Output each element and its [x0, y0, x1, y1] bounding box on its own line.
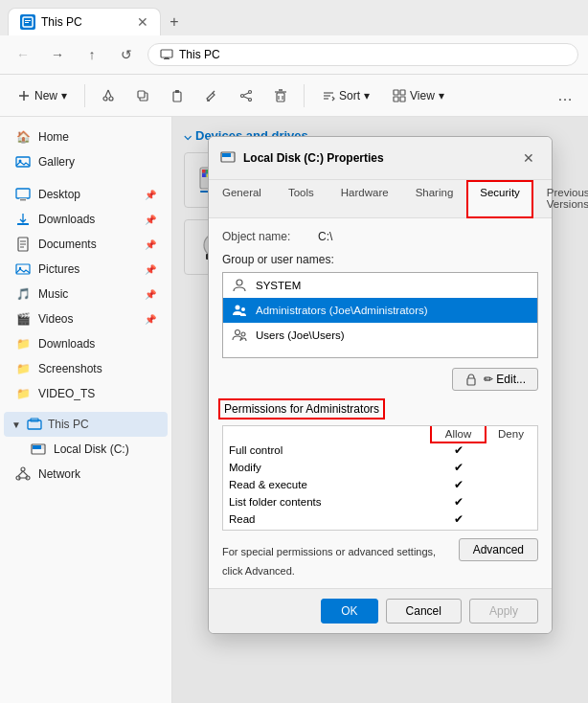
svg-rect-34: [400, 97, 405, 102]
up-button[interactable]: ↑: [79, 41, 105, 68]
special-text-2: click Advanced.: [222, 565, 436, 577]
sort-button[interactable]: Sort ▾: [312, 84, 379, 107]
new-button[interactable]: New ▾: [8, 84, 77, 107]
sidebar-item-downloads2[interactable]: 📁 Downloads: [4, 331, 168, 356]
refresh-button[interactable]: ↺: [113, 41, 140, 68]
tab-previous-versions[interactable]: Previous Versions: [533, 180, 588, 218]
sidebar-item-music[interactable]: 🎵 Music 📌: [4, 282, 168, 306]
sidebar-item-desktop[interactable]: Desktop 📌: [4, 182, 168, 207]
edit-button[interactable]: ✏ Edit...: [452, 368, 538, 391]
share-button[interactable]: [231, 80, 261, 111]
perm-modify-name: Modify: [223, 459, 432, 476]
perm-modify-deny: [485, 459, 537, 476]
svg-rect-40: [17, 223, 29, 225]
new-tab-button[interactable]: +: [161, 9, 188, 35]
perm-list-folder-deny: [485, 493, 537, 510]
sidebar-downloads2-label: Downloads: [38, 337, 95, 351]
browser-chrome: This PC ✕ + ← → ↑ ↺ This PC: [0, 0, 588, 75]
tab-general[interactable]: General: [209, 180, 275, 218]
tab-sharing[interactable]: Sharing: [402, 180, 467, 218]
back-button[interactable]: ←: [10, 41, 36, 68]
admin-user-icon: [231, 302, 248, 319]
forward-button[interactable]: →: [44, 41, 71, 68]
sidebar-item-home[interactable]: 🏠 Home: [4, 125, 168, 149]
perm-list-folder: List folder contents ✔: [223, 493, 537, 510]
svg-rect-13: [138, 91, 145, 98]
special-text-1: For special permissions or advanced sett…: [222, 546, 436, 557]
properties-dialog: Local Disk (C:) Properties ✕ General Too…: [208, 136, 553, 634]
svg-rect-37: [16, 189, 30, 198]
more-icon: …: [557, 87, 573, 104]
svg-rect-32: [400, 90, 405, 95]
tab-close-button[interactable]: ✕: [137, 14, 148, 30]
advanced-button[interactable]: Advanced: [459, 538, 538, 561]
tab-tools[interactable]: Tools: [275, 180, 328, 218]
svg-point-77: [241, 307, 245, 311]
view-chevron-icon: ▾: [439, 89, 444, 102]
sidebar-videos-label: Videos: [38, 312, 73, 326]
svg-rect-31: [394, 90, 398, 95]
toolbar-separator-2: [304, 84, 305, 107]
delete-button[interactable]: [265, 80, 296, 111]
ok-button[interactable]: OK: [321, 599, 377, 624]
svg-rect-74: [222, 153, 231, 157]
dialog-title: Local Disk (C:) Properties: [243, 151, 517, 165]
tab-this-pc[interactable]: This PC ✕: [8, 8, 161, 35]
svg-point-79: [241, 332, 245, 336]
sidebar-downloads-label: Downloads: [38, 213, 95, 226]
user-system-name: SYSTEM: [256, 280, 301, 291]
address-bar[interactable]: This PC: [147, 43, 578, 66]
perm-full-control-allow: ✔: [432, 442, 485, 459]
cut-button[interactable]: [93, 80, 124, 111]
sidebar-item-screenshots[interactable]: 📁 Screenshots: [4, 356, 168, 381]
svg-rect-1: [25, 20, 31, 21]
paste-button[interactable]: [162, 80, 192, 111]
sidebar-item-network[interactable]: Network: [4, 462, 168, 487]
view-button[interactable]: View ▾: [383, 84, 454, 107]
sort-icon: [322, 89, 335, 102]
more-options-button[interactable]: …: [550, 80, 580, 111]
this-pc-icon: [27, 417, 42, 432]
sidebar-item-gallery[interactable]: Gallery: [4, 149, 168, 174]
tab-security[interactable]: Security: [466, 180, 533, 218]
share-icon: [239, 89, 253, 102]
sidebar-item-video-ts[interactable]: 📁 VIDEO_TS: [4, 381, 168, 406]
svg-line-16: [213, 91, 215, 93]
user-item-users[interactable]: Users (Joe\Users): [223, 323, 537, 348]
sidebar-home-label: Home: [38, 130, 69, 144]
user-item-administrators[interactable]: Administrators (Joe\Administrators): [223, 298, 537, 323]
cancel-button[interactable]: Cancel: [386, 599, 462, 624]
tab-hardware[interactable]: Hardware: [328, 180, 402, 218]
home-icon: 🏠: [15, 129, 31, 145]
users-list: SYSTEM Administrators (Joe\Administrator…: [222, 272, 538, 358]
perm-list-folder-allow: ✔: [432, 493, 485, 510]
apply-button[interactable]: Apply: [469, 599, 538, 624]
music-icon: 🎵: [15, 286, 31, 302]
sidebar-section-this-pc[interactable]: ▼ This PC: [4, 412, 168, 437]
perm-write-allow: ✔: [432, 528, 485, 531]
svg-line-11: [108, 90, 111, 97]
svg-point-9: [109, 97, 113, 101]
sidebar-item-documents[interactable]: Documents 📌: [4, 232, 168, 257]
rename-button[interactable]: [196, 80, 227, 111]
sidebar-item-local-disk[interactable]: Local Disk (C:): [4, 437, 168, 462]
sidebar-item-videos[interactable]: 🎬 Videos 📌: [4, 306, 168, 331]
perm-modify-allow: ✔: [432, 459, 485, 476]
folder-video-ts-icon: 📁: [15, 386, 31, 401]
svg-rect-15: [175, 90, 179, 93]
svg-rect-80: [467, 378, 475, 385]
copy-button[interactable]: [127, 80, 158, 111]
svg-point-18: [249, 90, 252, 93]
sidebar-item-downloads[interactable]: Downloads 📌: [4, 207, 168, 232]
dialog-close-button[interactable]: ✕: [517, 147, 540, 170]
sidebar-gallery-label: Gallery: [38, 155, 75, 169]
svg-line-21: [244, 93, 249, 95]
user-item-system[interactable]: SYSTEM: [223, 273, 537, 298]
sidebar-item-pictures[interactable]: Pictures 📌: [4, 257, 168, 282]
object-name-label: Object name:: [222, 230, 318, 243]
svg-line-22: [244, 96, 249, 98]
perm-read: Read ✔: [223, 510, 537, 528]
local-disk-icon: [31, 442, 46, 457]
network-icon: [15, 466, 31, 482]
special-permissions-text: For special permissions or advanced sett…: [222, 538, 436, 577]
